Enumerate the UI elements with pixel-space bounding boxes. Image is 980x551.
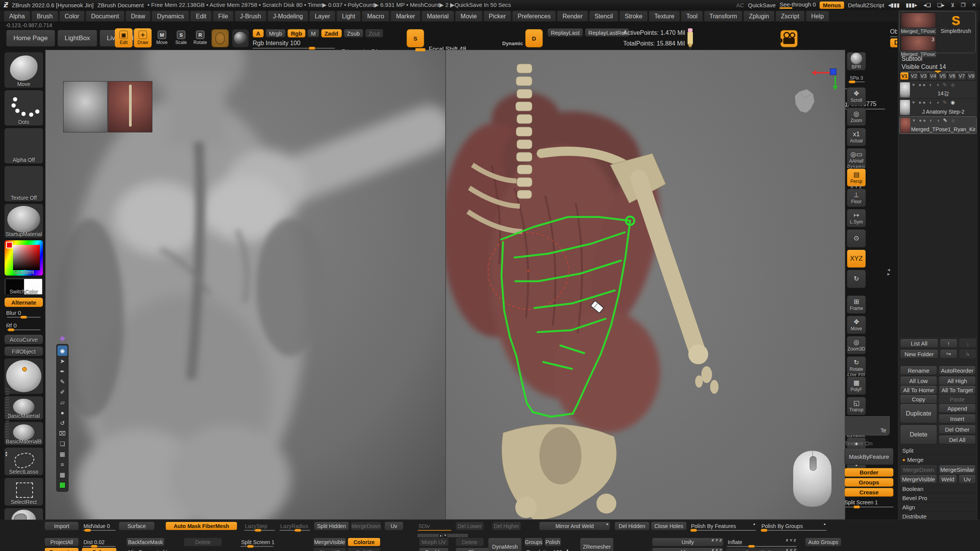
mini-tool-button[interactable]: ◉: [57, 346, 67, 356]
menu-item[interactable]: Preferences: [512, 11, 556, 21]
bottom-bar-control[interactable]: MidValue 0: [82, 522, 117, 530]
menu-item[interactable]: Render: [557, 11, 588, 21]
panel-section-row[interactable]: Boolean: [900, 484, 976, 493]
right-shelf-button[interactable]: x1 Actual: [847, 128, 866, 146]
left-shelf-item[interactable]: Alpha Off: [4, 128, 43, 164]
split-section[interactable]: Split: [900, 446, 976, 455]
bottom-bar-control[interactable]: Geometry: [44, 548, 79, 551]
bottom-bar-control[interactable]: Colorize: [348, 538, 381, 546]
bottom-bar-control[interactable]: Auto Mask FiberMesh: [165, 522, 237, 530]
insert-button[interactable]: Insert: [939, 414, 976, 423]
bottom-bar-control[interactable]: Split Screen 1: [239, 538, 274, 546]
version-tab[interactable]: V5: [938, 72, 947, 80]
mini-tool-button[interactable]: ≡: [57, 459, 67, 469]
paint-mode-button[interactable]: Zadd: [321, 29, 342, 37]
version-tab[interactable]: V6: [948, 72, 957, 80]
merge-visible-weld-uv-button[interactable]: Uv: [959, 474, 976, 484]
del-all-button[interactable]: Del All: [939, 435, 976, 444]
menu-item[interactable]: J-Brush: [235, 11, 266, 21]
crease-button[interactable]: Crease: [844, 488, 893, 497]
right-shelf-button[interactable]: ↦ L.Sym: [847, 209, 866, 227]
subtool-row-icons[interactable]: ▾ ●● ◐ ◑ ✎ ◉: [912, 82, 956, 88]
list-all-button[interactable]: ↓: [959, 339, 977, 348]
bottom-bar-control[interactable]: Min Connected I: [126, 548, 165, 551]
right-shelf-button[interactable]: ↻ Rotate: [847, 356, 866, 375]
menu-item[interactable]: Stencil: [589, 11, 618, 21]
replay-button[interactable]: ReplayLastRel: [585, 28, 629, 37]
paint-mode-button[interactable]: M: [307, 29, 319, 37]
merge-down-similar-button[interactable]: MergeDown: [900, 465, 937, 474]
right-shelf-button[interactable]: ↻: [847, 270, 866, 288]
left-shelf-item[interactable]: Texture Off: [4, 166, 43, 202]
list-all-button[interactable]: ↑: [940, 339, 957, 348]
left-shelf-item[interactable]: SelectRect: [4, 478, 43, 506]
copy-paste-button[interactable]: Paste: [939, 395, 976, 404]
right-shelf-button[interactable]: ◎▭ AAHalf: [847, 148, 866, 166]
mini-tool-button[interactable]: ↺: [57, 418, 67, 428]
bottom-bar-control[interactable]: MergeVisible: [313, 538, 346, 546]
mini-tool-button[interactable]: ✐: [57, 387, 67, 397]
mini-tool-button[interactable]: ➤: [57, 356, 67, 366]
dock-right-icon[interactable]: ❏▸: [937, 2, 945, 8]
bottom-bar-control[interactable]: MergeDown: [351, 522, 381, 530]
mini-tool-button[interactable]: ❏: [57, 439, 67, 449]
bottom-bar-control[interactable]: X Y ZInflate: [726, 538, 798, 546]
see-through-slider[interactable]: See-through 0: [779, 1, 816, 9]
subtool-row[interactable]: ▾ ●● ◐ ◑ ✎ ◉ Merged_TPose1_Ryan_Kingslie: [899, 116, 977, 134]
menu-item[interactable]: Alpha: [4, 11, 30, 21]
canvas-top-handle[interactable]: [415, 48, 425, 51]
res-low-high-button[interactable]: All High: [939, 376, 976, 385]
bottom-bar-control[interactable]: ●Mirror And Weld: [539, 522, 610, 530]
version-tab[interactable]: V8: [967, 72, 976, 80]
dynamic-tag[interactable]: Dynamic: [502, 41, 523, 46]
current-material-tile[interactable]: [232, 29, 249, 47]
bottom-bar-control[interactable]: Color: [82, 548, 117, 551]
new-folder-button[interactable]: ↪: [940, 349, 957, 359]
mini-tool-button[interactable]: ✒: [57, 366, 67, 377]
res-low-high-button[interactable]: All Low: [900, 376, 937, 385]
mini-tool-button[interactable]: [57, 480, 67, 490]
tool-thumbnail[interactable]: [901, 13, 936, 28]
panel-section-row[interactable]: Bevel Pro: [900, 494, 976, 502]
list-all-button[interactable]: List All: [900, 339, 938, 348]
subtool-row-icons[interactable]: ▾ ●● ◐ ◑ ✎ ◉: [912, 99, 956, 105]
menu-item[interactable]: Macro: [362, 11, 389, 21]
right-shelf-button[interactable]: ◎ Zoom: [847, 108, 866, 126]
mask-by-feature-button[interactable]: MaskByFeature: [844, 448, 893, 465]
bottom-bar-control[interactable]: Split Hidden: [314, 522, 349, 530]
subtool-row[interactable]: ▾ ●● ◐ ◑ ✎ ◉ J Anatomy Step-2: [899, 99, 977, 116]
quicksave-button[interactable]: QuickSave: [748, 2, 776, 8]
menu-item[interactable]: Stroke: [619, 11, 648, 21]
menu-item[interactable]: Layer: [309, 11, 335, 21]
menu-item[interactable]: Material: [421, 11, 454, 21]
shelf-scroll-right-icon[interactable]: ▮▮▮▸: [906, 2, 917, 8]
border-button[interactable]: Border: [844, 468, 893, 477]
bottom-bar-control[interactable]: ProjectAll: [44, 538, 79, 546]
paint-mode-button[interactable]: Zcut: [365, 29, 383, 37]
menu-item[interactable]: File: [213, 11, 234, 21]
left-shelf-item[interactable]: Gradient: [4, 240, 43, 276]
sculpt-canvas[interactable]: ◈ ◉➤✒✎✐▱●↺⌧❏▦≡▩: [45, 50, 845, 520]
nav-button[interactable]: Home Page: [6, 30, 55, 47]
paint-mode-button[interactable]: Zsub: [344, 29, 363, 37]
panel-section-row[interactable]: Align: [900, 503, 976, 512]
bottom-bar-control[interactable]: Uv: [384, 522, 403, 530]
menu-item[interactable]: Draw: [126, 11, 150, 21]
delete-button[interactable]: Delete: [900, 425, 937, 444]
close-button[interactable]: ✕: [972, 2, 976, 8]
menu-item[interactable]: Zplugin: [743, 11, 774, 21]
axis-gizmo-z-square[interactable]: [830, 68, 836, 75]
right-shelf-button[interactable]: ◎ Zoom3D: [847, 336, 866, 354]
camera-icon[interactable]: [780, 30, 798, 47]
version-tab[interactable]: V7: [957, 72, 966, 80]
merge-visible-weld-uv-button[interactable]: MergeVisible: [900, 474, 937, 484]
append-button[interactable]: Append: [939, 404, 976, 413]
axis-gizmo-y-arrow[interactable]: [833, 86, 838, 90]
bottom-bar-control[interactable]: Polish: [544, 538, 561, 546]
menu-item[interactable]: Brush: [31, 11, 58, 21]
rename-reorder-button[interactable]: AutoReorder: [939, 366, 976, 375]
pencil-icon[interactable]: [684, 28, 697, 50]
dock-left-icon[interactable]: ◂❏: [923, 2, 931, 8]
merge-down-similar-button[interactable]: MergeSimilar: [939, 465, 976, 474]
reference-thumbnail-anatomy[interactable]: [108, 81, 152, 132]
